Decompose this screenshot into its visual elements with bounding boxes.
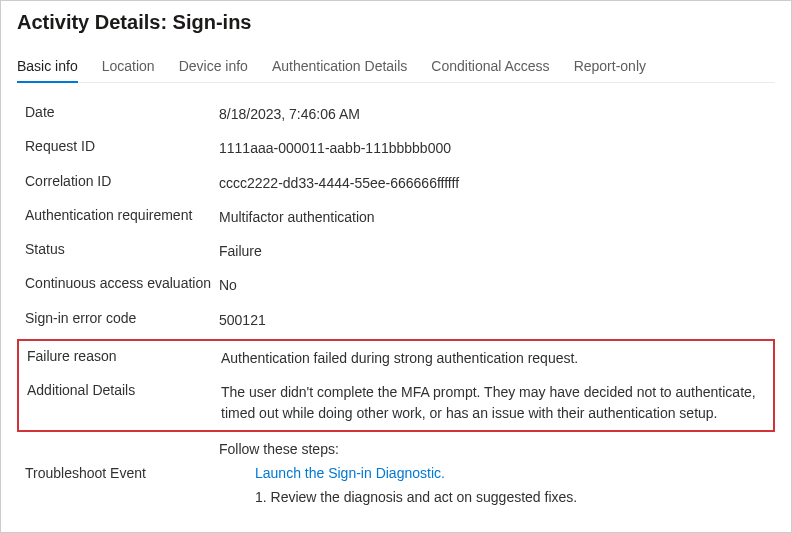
label-additional-details: Additional Details <box>27 382 221 398</box>
value-additional-details: The user didn't complete the MFA prompt.… <box>221 382 773 423</box>
tab-conditional-access[interactable]: Conditional Access <box>431 52 549 82</box>
troubleshoot-steps: Follow these steps: Launch the Sign-in D… <box>219 441 775 505</box>
value-status: Failure <box>219 241 775 261</box>
page-title: Activity Details: Sign-ins <box>17 11 775 34</box>
label-correlation-id: Correlation ID <box>25 173 219 189</box>
tab-location[interactable]: Location <box>102 52 155 82</box>
value-request-id: 1111aaa-000011-aabb-111bbbbb000 <box>219 138 775 158</box>
tab-authentication-details[interactable]: Authentication Details <box>272 52 407 82</box>
value-error-code: 500121 <box>219 310 775 330</box>
label-cae: Continuous access evaluation <box>25 275 219 291</box>
tab-device-info[interactable]: Device info <box>179 52 248 82</box>
row-error-code: Sign-in error code 500121 <box>17 303 775 337</box>
row-request-id: Request ID 1111aaa-000011-aabb-111bbbbb0… <box>17 131 775 165</box>
label-status: Status <box>25 241 219 257</box>
value-date: 8/18/2023, 7:46:06 AM <box>219 104 775 124</box>
label-error-code: Sign-in error code <box>25 310 219 326</box>
row-status: Status Failure <box>17 234 775 268</box>
highlight-box: Failure reason Authentication failed dur… <box>17 339 775 432</box>
label-request-id: Request ID <box>25 138 219 154</box>
label-date: Date <box>25 104 219 120</box>
label-troubleshoot: Troubleshoot Event <box>25 465 219 481</box>
troubleshoot-step-1: Review the diagnosis and act on suggeste… <box>255 489 775 505</box>
row-auth-requirement: Authentication requirement Multifactor a… <box>17 200 775 234</box>
row-additional-details: Additional Details The user didn't compl… <box>19 375 773 430</box>
label-auth-requirement: Authentication requirement <box>25 207 219 223</box>
tabs-bar: Basic info Location Device info Authenti… <box>17 52 775 83</box>
value-cae: No <box>219 275 775 295</box>
launch-diagnostic-link[interactable]: Launch the Sign-in Diagnostic. <box>255 465 445 481</box>
row-cae: Continuous access evaluation No <box>17 268 775 302</box>
row-date: Date 8/18/2023, 7:46:06 AM <box>17 97 775 131</box>
tab-basic-info[interactable]: Basic info <box>17 52 78 82</box>
value-failure-reason: Authentication failed during strong auth… <box>221 348 773 368</box>
row-troubleshoot: Troubleshoot Event Follow these steps: L… <box>17 434 775 512</box>
value-auth-requirement: Multifactor authentication <box>219 207 775 227</box>
value-correlation-id: cccc2222-dd33-4444-55ee-666666ffffff <box>219 173 775 193</box>
tab-report-only[interactable]: Report-only <box>574 52 646 82</box>
row-failure-reason: Failure reason Authentication failed dur… <box>19 341 773 375</box>
label-failure-reason: Failure reason <box>27 348 221 364</box>
row-correlation-id: Correlation ID cccc2222-dd33-4444-55ee-6… <box>17 166 775 200</box>
troubleshoot-lead: Follow these steps: <box>219 441 775 457</box>
details-panel: Date 8/18/2023, 7:46:06 AM Request ID 11… <box>17 97 775 512</box>
